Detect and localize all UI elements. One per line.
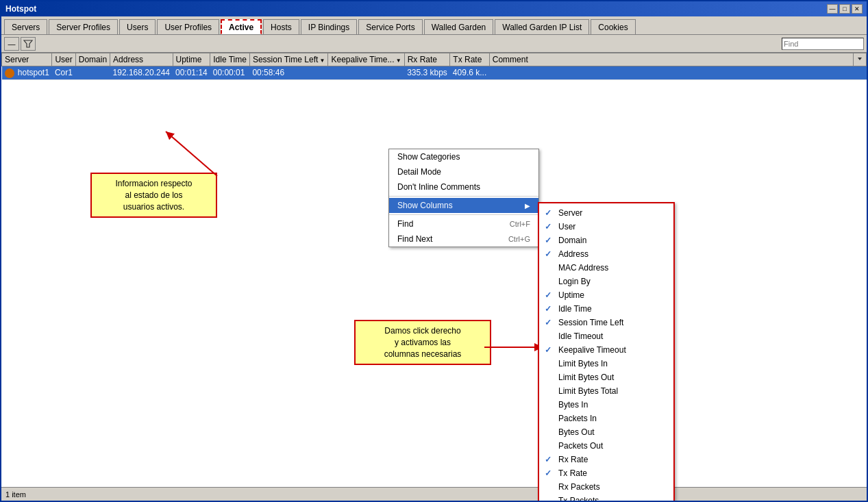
context-dont-inline-comments[interactable]: Don't Inline Comments bbox=[389, 179, 538, 194]
submenu-server[interactable]: ✓ Server bbox=[539, 206, 673, 220]
context-show-categories[interactable]: Show Categories bbox=[389, 149, 538, 164]
submenu-arrow-icon: ▶ bbox=[525, 202, 530, 210]
cell-user: Cor1 bbox=[52, 66, 75, 80]
tab-bar: Servers Server Profiles Users User Profi… bbox=[1, 16, 867, 35]
minimize-button[interactable]: — bbox=[827, 4, 838, 14]
title-bar: Hotspot — □ ✕ bbox=[1, 1, 867, 16]
tab-cookies[interactable]: Cookies bbox=[591, 19, 635, 34]
find-box bbox=[782, 38, 864, 50]
status-text: 1 item bbox=[5, 490, 26, 499]
submenu-rx-rate[interactable]: ✓ Rx Rate bbox=[539, 453, 673, 466]
table-row[interactable]: hotspot1 Cor1 192.168.20.244 00:01:14 00… bbox=[2, 66, 867, 80]
annotation-text-2: Damos click derechoy activamos lascolumn… bbox=[384, 326, 462, 359]
submenu-keepalive-timeout[interactable]: ✓ Keepalive Timeout bbox=[539, 343, 673, 357]
context-find-next[interactable]: Find Next Ctrl+G bbox=[389, 231, 538, 247]
tab-user-profiles[interactable]: User Profiles bbox=[157, 19, 219, 34]
submenu-rx-packets[interactable]: Rx Packets bbox=[539, 480, 673, 494]
svg-marker-0 bbox=[24, 40, 32, 47]
tab-server-profiles[interactable]: Server Profiles bbox=[49, 19, 118, 34]
row-icon bbox=[5, 68, 14, 78]
col-user[interactable]: User bbox=[52, 53, 75, 66]
tab-active[interactable]: Active bbox=[221, 19, 262, 34]
submenu-tx-rate[interactable]: ✓ Tx Rate bbox=[539, 466, 673, 480]
cell-domain bbox=[75, 66, 110, 80]
cell-server: hotspot1 bbox=[2, 66, 52, 80]
col-tx-rate[interactable]: Tx Rate bbox=[450, 53, 489, 66]
table-container[interactable]: Server User Domain Address Uptime Idle T… bbox=[1, 53, 867, 80]
context-menu[interactable]: Show Categories Detail Mode Don't Inline… bbox=[388, 149, 539, 247]
col-comment[interactable]: Comment bbox=[489, 53, 853, 66]
toolbar: — bbox=[1, 35, 867, 53]
content-area: Server User Domain Address Uptime Idle T… bbox=[1, 53, 867, 501]
annotation-box-2: Damos click derechoy activamos lascolumn… bbox=[354, 320, 491, 365]
tab-ip-bindings[interactable]: IP Bindings bbox=[301, 19, 358, 34]
col-session-time-left[interactable]: Session Time Left bbox=[249, 53, 328, 66]
col-rx-rate[interactable]: Rx Rate bbox=[404, 53, 450, 66]
cell-uptime: 00:01:14 bbox=[173, 66, 210, 80]
minus-button[interactable]: — bbox=[4, 37, 19, 51]
submenu-limit-bytes-in[interactable]: Limit Bytes In bbox=[539, 357, 673, 371]
maximize-button[interactable]: □ bbox=[839, 4, 850, 14]
col-idle-time[interactable]: Idle Time bbox=[210, 53, 250, 66]
submenu-idle-timeout[interactable]: Idle Timeout bbox=[539, 329, 673, 343]
close-button[interactable]: ✕ bbox=[852, 4, 863, 14]
find-input[interactable] bbox=[782, 38, 864, 50]
cell-rx-rate: 335.3 kbps bbox=[404, 66, 450, 80]
context-separator-2 bbox=[389, 214, 538, 215]
submenu-address[interactable]: ✓ Address bbox=[539, 247, 673, 261]
submenu-login-by[interactable]: Login By bbox=[539, 275, 673, 288]
annotation-text-1: Informacion respectoal estado de losusua… bbox=[115, 179, 192, 212]
context-show-columns[interactable]: Show Columns ▶ bbox=[389, 198, 538, 213]
submenu-packets-in[interactable]: Packets In bbox=[539, 412, 673, 425]
tab-walled-garden[interactable]: Walled Garden bbox=[424, 19, 494, 34]
context-detail-mode[interactable]: Detail Mode bbox=[389, 164, 538, 179]
submenu-packets-out[interactable]: Packets Out bbox=[539, 439, 673, 453]
col-server[interactable]: Server bbox=[2, 53, 52, 66]
submenu-user[interactable]: ✓ User bbox=[539, 220, 673, 234]
main-window: Hotspot — □ ✕ Servers Server Profiles Us… bbox=[0, 0, 868, 502]
tab-hosts[interactable]: Hosts bbox=[263, 19, 299, 34]
active-table: Server User Domain Address Uptime Idle T… bbox=[1, 53, 867, 80]
cell-comment bbox=[489, 66, 853, 80]
col-keepalive-time[interactable]: Keepalive Time... bbox=[328, 53, 404, 66]
submenu-domain[interactable]: ✓ Domain bbox=[539, 234, 673, 247]
svg-line-3 bbox=[166, 131, 217, 176]
submenu-session-time-left[interactable]: ✓ Session Time Left bbox=[539, 316, 673, 329]
col-domain[interactable]: Domain bbox=[75, 53, 110, 66]
show-columns-submenu[interactable]: ✓ Server ✓ User ✓ Domain ✓ Address MAC A… bbox=[538, 202, 675, 501]
submenu-limit-bytes-out[interactable]: Limit Bytes Out bbox=[539, 371, 673, 384]
col-dropdown[interactable] bbox=[854, 53, 867, 66]
submenu-uptime[interactable]: ✓ Uptime bbox=[539, 288, 673, 302]
cell-address: 192.168.20.244 bbox=[110, 66, 173, 80]
context-separator-1 bbox=[389, 196, 538, 197]
cell-keepalive-time bbox=[328, 66, 404, 80]
tab-walled-garden-ip-list[interactable]: Walled Garden IP List bbox=[495, 19, 589, 34]
cell-idle-time: 00:00:01 bbox=[210, 66, 250, 80]
title-bar-buttons: — □ ✕ bbox=[827, 4, 863, 14]
context-find[interactable]: Find Ctrl+F bbox=[389, 216, 538, 231]
tab-users[interactable]: Users bbox=[119, 19, 156, 34]
tab-servers[interactable]: Servers bbox=[4, 19, 47, 34]
submenu-bytes-in[interactable]: Bytes In bbox=[539, 398, 673, 412]
submenu-limit-bytes-total[interactable]: Limit Bytes Total bbox=[539, 384, 673, 398]
cell-tx-rate: 409.6 k... bbox=[450, 66, 489, 80]
filter-icon bbox=[23, 39, 33, 49]
status-bar: 1 item bbox=[1, 487, 867, 501]
tab-service-ports[interactable]: Service Ports bbox=[358, 19, 422, 34]
cell-session-time-left: 00:58:46 bbox=[249, 66, 328, 80]
submenu-bytes-out[interactable]: Bytes Out bbox=[539, 425, 673, 439]
col-address[interactable]: Address bbox=[110, 53, 173, 66]
svg-marker-1 bbox=[858, 58, 862, 60]
col-uptime[interactable]: Uptime bbox=[173, 53, 210, 66]
submenu-idle-time[interactable]: ✓ Idle Time bbox=[539, 302, 673, 316]
window-title: Hotspot bbox=[5, 4, 36, 14]
submenu-tx-packets[interactable]: Tx Packets bbox=[539, 494, 673, 501]
submenu-mac-address[interactable]: MAC Address bbox=[539, 261, 673, 275]
annotation-box-1: Informacion respectoal estado de losusua… bbox=[90, 173, 217, 218]
filter-button[interactable] bbox=[21, 37, 36, 51]
